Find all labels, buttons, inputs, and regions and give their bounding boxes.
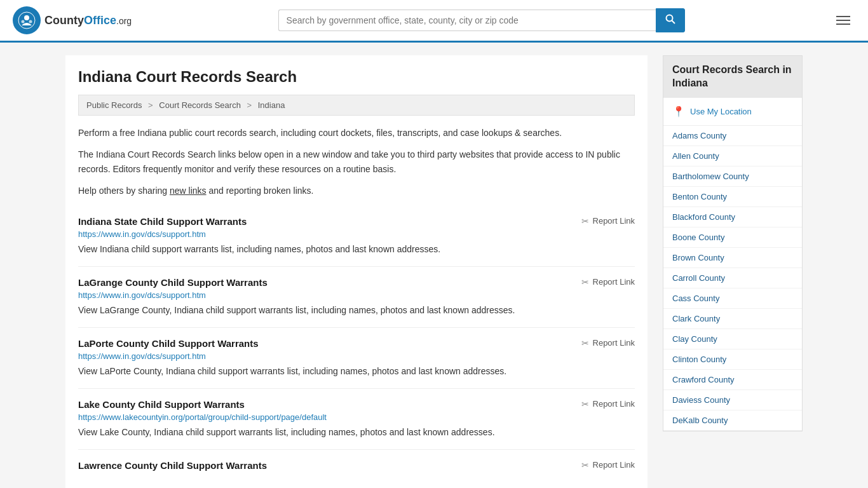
location-pin-icon: 📍 (672, 105, 685, 118)
report-icon-4: ✂ (581, 460, 589, 470)
report-link-0[interactable]: ✂ Report Link (581, 216, 635, 226)
sidebar-county-link[interactable]: Daviess County (672, 395, 730, 405)
sidebar-county-link[interactable]: DeKalb County (672, 416, 728, 425)
sidebar-county-link[interactable]: Brown County (672, 253, 724, 262)
result-title-4[interactable]: Lawrence County Child Support Warrants (78, 460, 267, 471)
sidebar-county-item: Daviess County (663, 390, 802, 410)
result-desc-3: View Lake County, Indiana child support … (78, 426, 635, 439)
search-area (278, 8, 685, 32)
sidebar-county-item: Benton County (663, 187, 802, 207)
logo[interactable]: CountyOffice.org (13, 6, 132, 34)
sidebar-county-link[interactable]: Adams County (672, 131, 726, 140)
sidebar-county-item: DeKalb County (663, 410, 802, 431)
intro-paragraph-2: The Indiana Court Records Search links b… (78, 147, 635, 176)
sidebar-county-link[interactable]: Clinton County (672, 355, 726, 364)
sidebar: Court Records Search in Indiana 📍 Use My… (663, 55, 803, 488)
breadcrumb-sep2: > (247, 100, 252, 110)
report-label-1: Report Link (593, 277, 635, 287)
sidebar-county-link[interactable]: Allen County (672, 151, 719, 161)
results-list: Indiana State Child Support Warrants ✂ R… (78, 206, 635, 484)
sidebar-county-link[interactable]: Cass County (672, 294, 719, 303)
location-label: Use My Location (690, 107, 752, 116)
sidebar-county-link[interactable]: Crawford County (672, 375, 735, 384)
report-link-2[interactable]: ✂ Report Link (581, 338, 635, 348)
result-item-0: Indiana State Child Support Warrants ✂ R… (78, 206, 635, 267)
sidebar-box: Court Records Search in Indiana 📍 Use My… (663, 55, 803, 431)
sidebar-county-item: Cass County (663, 288, 802, 309)
report-icon-3: ✂ (581, 399, 589, 409)
sidebar-county-item: Clay County (663, 329, 802, 349)
result-desc-0: View Indiana child support warrants list… (78, 243, 635, 256)
sidebar-county-item: Crawford County (663, 370, 802, 390)
result-item-1: LaGrange County Child Support Warrants ✂… (78, 267, 635, 328)
report-link-1[interactable]: ✂ Report Link (581, 277, 635, 287)
sidebar-county-item: Blackford County (663, 207, 802, 227)
breadcrumb-public-records[interactable]: Public Records (86, 100, 142, 110)
result-item-3: Lake County Child Support Warrants ✂ Rep… (78, 389, 635, 450)
intro3-post: and reporting broken links. (207, 186, 314, 196)
report-icon-1: ✂ (581, 277, 589, 287)
sidebar-counties: Adams CountyAllen CountyBartholomew Coun… (663, 126, 802, 431)
intro-paragraph-3: Help others by sharing new links and rep… (78, 184, 635, 198)
sidebar-county-link[interactable]: Boone County (672, 233, 724, 242)
logo-text: CountyOffice.org (44, 14, 132, 27)
menu-button[interactable] (831, 11, 855, 30)
svg-line-5 (672, 21, 675, 24)
search-button[interactable] (656, 8, 685, 32)
result-title-2[interactable]: LaPorte County Child Support Warrants (78, 338, 259, 349)
report-label-2: Report Link (593, 338, 635, 348)
breadcrumb-sep1: > (148, 100, 153, 110)
sidebar-county-item: Boone County (663, 227, 802, 248)
sidebar-county-item: Bartholomew County (663, 166, 802, 187)
svg-point-2 (22, 20, 25, 24)
report-label-3: Report Link (593, 399, 635, 409)
sidebar-title: Court Records Search in Indiana (663, 56, 802, 98)
sidebar-county-link[interactable]: Blackford County (672, 212, 735, 222)
result-url-0[interactable]: https://www.in.gov/dcs/support.htm (78, 229, 635, 239)
intro3-pre: Help others by sharing (78, 186, 170, 196)
breadcrumb-indiana: Indiana (258, 100, 285, 110)
sidebar-county-link[interactable]: Benton County (672, 192, 727, 201)
report-icon-0: ✂ (581, 216, 589, 226)
breadcrumb-court-records[interactable]: Court Records Search (159, 100, 241, 110)
sidebar-county-item: Adams County (663, 126, 802, 146)
result-title-3[interactable]: Lake County Child Support Warrants (78, 399, 245, 410)
result-title-1[interactable]: LaGrange County Child Support Warrants (78, 277, 268, 288)
result-desc-1: View LaGrange County, Indiana child supp… (78, 304, 635, 317)
result-url-2[interactable]: https://www.in.gov/dcs/support.htm (78, 351, 635, 361)
svg-point-1 (24, 15, 29, 20)
new-links-link[interactable]: new links (170, 186, 207, 196)
page-title: Indiana Court Records Search (78, 68, 635, 86)
logo-icon (13, 6, 41, 34)
result-desc-2: View LaPorte County, Indiana child suppo… (78, 365, 635, 378)
svg-point-3 (29, 20, 32, 24)
report-link-4[interactable]: ✂ Report Link (581, 460, 635, 470)
content-area: Indiana Court Records Search Public Reco… (65, 55, 648, 488)
report-link-3[interactable]: ✂ Report Link (581, 399, 635, 409)
sidebar-county-link[interactable]: Carroll County (672, 273, 725, 283)
sidebar-county-item: Carroll County (663, 268, 802, 288)
sidebar-county-item: Allen County (663, 146, 802, 166)
result-url-3[interactable]: https://www.lakecountyin.org/portal/grou… (78, 412, 635, 422)
svg-point-4 (666, 15, 672, 22)
sidebar-county-item: Clark County (663, 309, 802, 329)
sidebar-county-item: Clinton County (663, 349, 802, 370)
sidebar-county-link[interactable]: Clay County (672, 334, 717, 344)
result-item-2: LaPorte County Child Support Warrants ✂ … (78, 328, 635, 389)
search-input[interactable] (278, 10, 656, 31)
sidebar-county-link[interactable]: Bartholomew County (672, 172, 749, 181)
report-icon-2: ✂ (581, 338, 589, 348)
report-label-4: Report Link (593, 460, 635, 470)
sidebar-county-item: Brown County (663, 248, 802, 268)
header-right (831, 11, 855, 30)
result-url-1[interactable]: https://www.in.gov/dcs/support.htm (78, 290, 635, 300)
breadcrumb: Public Records > Court Records Search > … (78, 95, 635, 116)
sidebar-use-my-location[interactable]: 📍 Use My Location (663, 98, 802, 126)
result-title-0[interactable]: Indiana State Child Support Warrants (78, 216, 247, 227)
report-label-0: Report Link (593, 216, 635, 226)
intro-paragraph-1: Perform a free Indiana public court reco… (78, 126, 635, 140)
sidebar-county-link[interactable]: Clark County (672, 314, 720, 323)
result-item-4: Lawrence County Child Support Warrants ✂… (78, 450, 635, 484)
